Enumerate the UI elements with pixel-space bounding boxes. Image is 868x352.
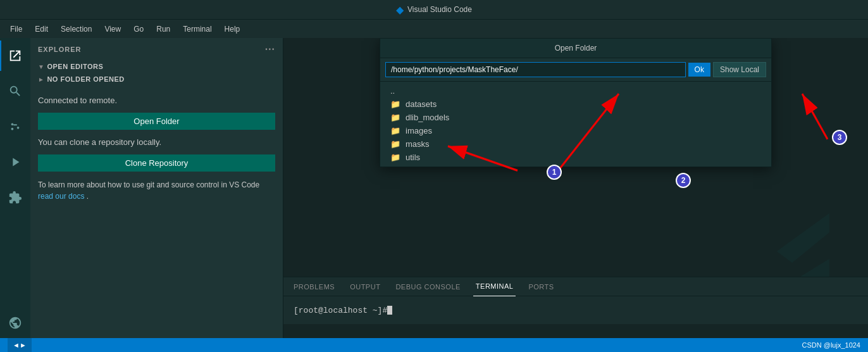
open-editors-section: ▼ OPEN EDITORS [30, 60, 283, 73]
list-item[interactable]: 📁 utils [380, 151, 771, 164]
terminal-prompt: [root@localhost ~]# [294, 306, 387, 315]
list-item[interactable]: 📁 masks [380, 137, 771, 151]
sidebar-title: EXPLORER [38, 46, 82, 53]
activity-extensions-icon[interactable] [0, 182, 30, 213]
open-editors-label: OPEN EDITORS [47, 63, 103, 70]
annotation-3: 3 [832, 130, 847, 145]
dialog-path-row: Ok Show Local [380, 58, 771, 82]
folder-icon: 📁 [390, 126, 400, 135]
main-content: EXPLORER ⋯ ▼ OPEN EDITORS ► NO FOLDER OP… [0, 38, 868, 338]
file-name: dlib_models [406, 113, 449, 122]
activity-search-icon[interactable] [0, 76, 30, 106]
menu-terminal[interactable]: Terminal [178, 23, 216, 35]
tab-ports[interactable]: PORTS [526, 277, 556, 296]
activity-bar [0, 38, 30, 338]
folder-icon: 📁 [390, 139, 400, 149]
status-right: CSDN @lujx_1024 [802, 341, 861, 349]
list-item[interactable]: 📁 images [380, 124, 771, 137]
remote-icon: ◄► [13, 341, 27, 349]
sidebar: EXPLORER ⋯ ▼ OPEN EDITORS ► NO FOLDER OP… [30, 38, 283, 338]
activity-remote-icon[interactable] [0, 308, 30, 338]
dialog-file-list: .. 📁 datasets 📁 dlib_models 📁 images [380, 82, 771, 167]
no-folder-title[interactable]: ► NO FOLDER OPENED [38, 73, 275, 85]
menu-view[interactable]: View [99, 23, 126, 35]
tab-problems[interactable]: PROBLEMS [291, 277, 337, 296]
tab-debug-console[interactable]: DEBUG CONSOLE [393, 277, 462, 296]
list-item[interactable]: 📁 datasets [380, 97, 771, 111]
open-editors-chevron-icon: ▼ [38, 63, 44, 70]
dialog-title: Open Folder [380, 39, 771, 58]
annotation-3-label: 3 [838, 133, 842, 142]
status-left: ◄► [8, 338, 32, 352]
activity-explorer-icon[interactable] [0, 41, 30, 71]
menu-bar: File Edit Selection View Go Run Terminal… [0, 19, 868, 38]
clone-repository-button[interactable]: Clone Repository [38, 154, 275, 172]
file-name: masks [406, 139, 430, 149]
file-name: images [406, 126, 432, 135]
dialog-path-input[interactable] [385, 62, 686, 77]
file-name: datasets [406, 99, 437, 109]
terminal-cursor [387, 306, 392, 315]
open-folder-dialog: Open Folder Ok Show Local .. 📁 datasets … [380, 38, 772, 167]
menu-edit[interactable]: Edit [30, 23, 53, 35]
remote-indicator: ◄► [8, 338, 32, 352]
folder-icon: 📁 [390, 99, 400, 109]
learn-period: . [87, 192, 89, 201]
clone-desc-text: You can clone a repository locally. [30, 137, 283, 154]
no-folder-chevron-icon: ► [38, 76, 44, 83]
annotation-2-label: 2 [681, 176, 686, 185]
title-bar: ◆ Visual Studio Code [0, 0, 868, 19]
sidebar-more-button[interactable]: ⋯ [264, 43, 275, 55]
folder-icon: 📁 [390, 113, 400, 122]
menu-run[interactable]: Run [151, 23, 175, 35]
annotation-1: 1 [547, 165, 562, 180]
sidebar-header: EXPLORER ⋯ [30, 38, 283, 60]
panel-tabs: PROBLEMS OUTPUT DEBUG CONSOLE TERMINAL P… [283, 277, 868, 296]
no-folder-section: ► NO FOLDER OPENED [30, 73, 283, 85]
menu-help[interactable]: Help [220, 23, 245, 35]
annotation-2: 2 [676, 173, 691, 188]
parent-dir-item[interactable]: .. [380, 84, 771, 97]
vscode-logo-icon: ◆ [396, 4, 404, 16]
tab-output[interactable]: OUTPUT [347, 277, 383, 296]
menu-go[interactable]: Go [128, 23, 149, 35]
file-name: utils [406, 153, 420, 162]
terminal-content: [root@localhost ~]# [283, 296, 868, 324]
connected-text: Connected to remote. [30, 85, 283, 113]
open-folder-button[interactable]: Open Folder [38, 113, 275, 130]
learn-prefix: To learn more about how to use git and s… [38, 180, 259, 189]
activity-run-debug-icon[interactable] [0, 147, 30, 177]
csdn-watermark: CSDN @lujx_1024 [802, 341, 861, 349]
open-editors-title[interactable]: ▼ OPEN EDITORS [38, 60, 275, 73]
annotation-1-label: 1 [552, 168, 557, 177]
no-folder-label: NO FOLDER OPENED [47, 75, 124, 83]
dialog-ok-button[interactable]: Ok [688, 63, 710, 77]
menu-file[interactable]: File [5, 23, 27, 35]
learn-text: To learn more about how to use git and s… [30, 179, 283, 202]
menu-selection[interactable]: Selection [56, 23, 97, 35]
activity-source-control-icon[interactable] [0, 111, 30, 142]
editor-area: Open Folder Ok Show Local .. 📁 datasets … [283, 38, 868, 338]
app-title: Visual Studio Code [407, 5, 472, 14]
bottom-panel: PROBLEMS OUTPUT DEBUG CONSOLE TERMINAL P… [283, 277, 868, 324]
status-bar: ◄► CSDN @lujx_1024 [0, 338, 868, 352]
show-local-button[interactable]: Show Local [713, 62, 766, 77]
tab-terminal[interactable]: TERMINAL [473, 277, 516, 296]
folder-icon: 📁 [390, 153, 400, 162]
list-item[interactable]: 📁 dlib_models [380, 111, 771, 124]
read-docs-link[interactable]: read our docs [38, 192, 84, 201]
